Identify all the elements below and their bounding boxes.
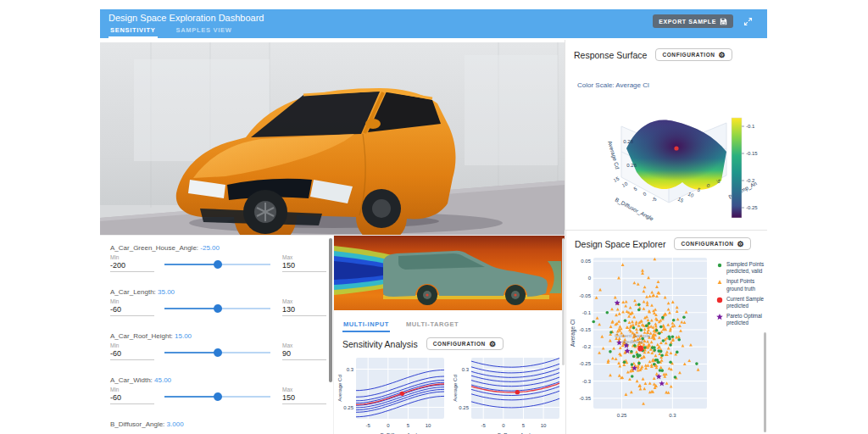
svg-text:0.3: 0.3 xyxy=(462,367,470,372)
svg-text:0: 0 xyxy=(502,423,505,428)
slider-min-input[interactable]: -60 xyxy=(110,305,154,316)
sensitivity-plot-ramp[interactable]: -505100.30.25B_Ramp_AngleAverage Cd xyxy=(449,353,565,434)
svg-text:-0.1: -0.1 xyxy=(746,124,755,129)
svg-text:0.28: 0.28 xyxy=(623,139,633,144)
sensitivity-plot-diffusor[interactable]: -505100.30.25B_Diffusor_AngleAverage Cd xyxy=(334,353,449,434)
svg-text:5: 5 xyxy=(522,423,526,428)
sensitivity-analysis-title: Sensitivity Analysis xyxy=(342,339,418,349)
circle-large-marker-icon xyxy=(715,296,724,304)
surface-colorbar: -0.1 -0.15 -0.2 -0.25 xyxy=(732,118,758,218)
slider-label: A_Car_Green_House_Angle: -25.00 xyxy=(110,244,326,252)
slider-thumb[interactable] xyxy=(214,392,222,401)
tab-multi-target[interactable]: MULTI-TARGET xyxy=(405,318,459,332)
surface-current-sample-marker xyxy=(674,146,678,150)
sensitivity-plots: -505100.30.25B_Diffusor_AngleAverage Cd … xyxy=(334,350,565,434)
slider-min-caption: Min xyxy=(110,387,154,392)
center-scrollbar[interactable] xyxy=(562,238,565,365)
sliders-scrollbar[interactable] xyxy=(329,238,332,382)
legend-item[interactable]: Sampled Pointspredicted, valid xyxy=(715,261,767,275)
svg-text:0.25: 0.25 xyxy=(343,405,353,410)
slider-track[interactable] xyxy=(164,308,270,309)
slider-max-input[interactable]: 130 xyxy=(282,305,326,316)
save-icon xyxy=(720,18,727,25)
svg-text:0: 0 xyxy=(643,191,648,197)
slider-row: A_Car_Width: 45.00Min-60Max150 xyxy=(110,376,326,420)
configuration-label: CONFIGURATION xyxy=(662,52,715,58)
slider-min-caption: Min xyxy=(110,254,154,260)
slider-min-input[interactable]: -200 xyxy=(110,261,154,272)
slider-value: 3.000 xyxy=(167,420,184,428)
response-surface-chart[interactable]: 0.28 0.26 15 10 5 0 -5 15 10 5 0 -5 Aver… xyxy=(565,92,767,232)
svg-text:Average Cd: Average Cd xyxy=(337,375,342,402)
slider-track[interactable] xyxy=(164,352,270,353)
star-marker-icon xyxy=(715,313,724,321)
slider-row: A_Car_Green_House_Angle: -25.00Min-200Ma… xyxy=(110,244,326,288)
slider-track[interactable] xyxy=(164,264,270,265)
slider-thumb[interactable] xyxy=(214,304,222,313)
svg-text:Average Cd: Average Cd xyxy=(453,375,458,402)
svg-text:5: 5 xyxy=(407,423,410,428)
slider-min-input[interactable]: -60 xyxy=(110,349,154,360)
svg-text:-0.25: -0.25 xyxy=(579,361,591,366)
slider-max-input[interactable]: 90 xyxy=(282,349,326,360)
sensitivity-configuration-button[interactable]: CONFIGURATION ⚙ xyxy=(426,337,504,350)
configuration-label: CONFIGURATION xyxy=(433,341,486,347)
slider-min-input[interactable]: -60 xyxy=(110,393,154,404)
car-3d-viewer[interactable] xyxy=(100,42,565,235)
export-sample-label: EXPORT SAMPLE xyxy=(659,19,716,25)
page-title: Design Space Exploration Dashboard xyxy=(108,13,264,23)
slider-thumb[interactable] xyxy=(214,348,222,357)
fullscreen-icon[interactable] xyxy=(743,17,753,26)
svg-text:B_Diffusor_Angle: B_Diffusor_Angle xyxy=(614,197,655,223)
slider-max-caption: Max xyxy=(282,298,326,304)
export-sample-button[interactable]: EXPORT SAMPLE xyxy=(653,14,733,28)
circle-marker-icon xyxy=(715,261,724,270)
analysis-tabs: MULTI-INPUT MULTI-TARGET xyxy=(334,314,565,332)
svg-text:-0.1: -0.1 xyxy=(582,310,592,315)
slider-label: B_Diffusor_Angle: 3.000 xyxy=(110,420,326,428)
configuration-label: CONFIGURATION xyxy=(681,241,733,247)
svg-text:Average Cl: Average Cl xyxy=(570,319,576,347)
tab-sensitivity[interactable]: SENSITIVITY xyxy=(108,24,158,38)
explorer-scrollbar[interactable] xyxy=(764,332,766,432)
legend-label: Pareto Optimalpredicted xyxy=(726,313,762,326)
slider-label: A_Car_Width: 45.00 xyxy=(110,376,326,384)
triangle-marker-icon xyxy=(715,278,724,287)
svg-text:10: 10 xyxy=(541,423,547,428)
slider-value: 45.00 xyxy=(154,376,171,384)
response-surface-title: Response Surface xyxy=(574,50,647,60)
slider-max-input[interactable]: 150 xyxy=(282,393,326,404)
svg-text:0.05: 0.05 xyxy=(581,259,591,264)
tab-samples-view[interactable]: SAMPLES VIEW xyxy=(175,24,234,38)
svg-text:0: 0 xyxy=(387,423,390,428)
svg-text:-5: -5 xyxy=(651,196,658,203)
slider-thumb[interactable] xyxy=(214,260,222,269)
svg-text:10: 10 xyxy=(687,192,695,199)
slider-label: A_Car_Roof_Height: 15.00 xyxy=(110,332,326,340)
explorer-configuration-button[interactable]: CONFIGURATION ⚙ xyxy=(674,237,751,250)
svg-text:-5: -5 xyxy=(481,423,487,428)
color-scale-label: Color Scale: Average Cl xyxy=(577,81,767,89)
svg-text:0.3: 0.3 xyxy=(347,367,354,372)
svg-text:-0.2: -0.2 xyxy=(746,178,755,183)
slider-value: 15.00 xyxy=(175,332,192,340)
gear-icon: ⚙ xyxy=(737,242,745,247)
tab-multi-input[interactable]: MULTI-INPUT xyxy=(342,318,390,332)
slider-max-caption: Max xyxy=(282,342,326,348)
svg-text:Average Cd: Average Cd xyxy=(606,140,620,170)
response-surface-configuration-button[interactable]: CONFIGURATION ⚙ xyxy=(655,48,732,61)
slider-value: -25.00 xyxy=(200,244,220,252)
slider-min-caption: Min xyxy=(110,342,154,348)
design-space-scatter-chart[interactable]: Current Samplepredicted0.050-0.05-0.1-0.… xyxy=(568,253,714,432)
legend-item[interactable]: Input Pointsground truth xyxy=(715,278,767,292)
legend-item[interactable]: Current Samplepredicted xyxy=(715,296,767,309)
cfd-flow-image xyxy=(334,236,565,310)
slider-max-caption: Max xyxy=(282,254,326,260)
svg-text:-0.3: -0.3 xyxy=(582,379,592,384)
slider-track[interactable] xyxy=(164,396,270,398)
legend-item[interactable]: Pareto Optimalpredicted xyxy=(715,313,767,326)
slider-value: 35.00 xyxy=(158,288,175,296)
car-render xyxy=(100,42,565,235)
slider-max-caption: Max xyxy=(282,387,326,392)
slider-max-input[interactable]: 150 xyxy=(282,261,326,272)
